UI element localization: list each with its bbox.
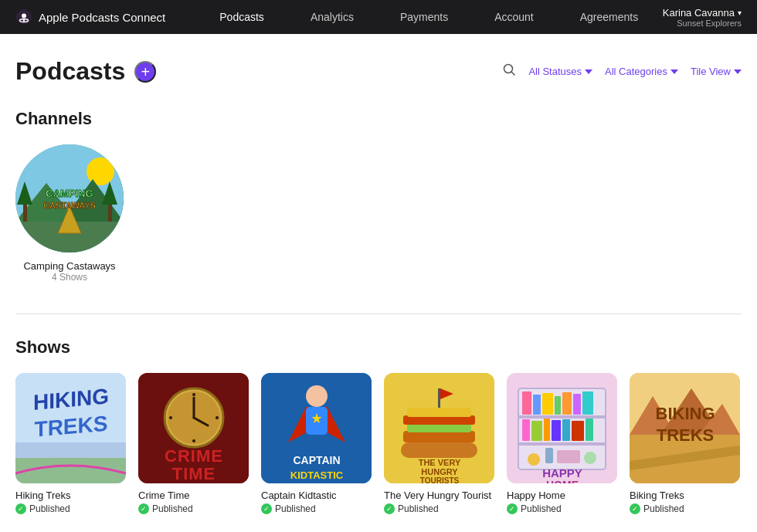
svg-rect-11	[23, 202, 27, 222]
all-categories-filter[interactable]: All Categories	[605, 66, 678, 77]
svg-rect-3	[23, 19, 25, 22]
svg-rect-62	[562, 392, 572, 415]
section-divider	[15, 313, 742, 314]
show-artwork-biking: BIKING TREKS	[630, 373, 740, 483]
svg-rect-73	[545, 448, 553, 463]
show-artwork-hungry: THE VERY HUNGRY TOURISTS	[384, 373, 494, 483]
channels-section: Channels	[15, 109, 742, 283]
svg-rect-71	[586, 418, 593, 441]
svg-text:CAPTAIN: CAPTAIN	[293, 454, 340, 466]
brand[interactable]: Apple Podcasts Connect	[15, 8, 165, 25]
svg-rect-44	[403, 431, 475, 442]
search-icon[interactable]	[502, 63, 516, 80]
svg-text:TREKS: TREKS	[657, 425, 715, 445]
chevron-down-icon: ▾	[738, 8, 742, 17]
show-status: ✓ Published	[384, 503, 494, 514]
svg-rect-58	[522, 391, 531, 415]
podcast-icon	[15, 8, 32, 25]
user-subtitle: Sunset Explorers	[677, 19, 742, 28]
channel-card[interactable]: CAMPING CASTAWAYS Camping Castaways 4 Sh…	[15, 144, 124, 283]
main-content: Podcasts + All Statuses All Categories T…	[0, 34, 757, 532]
svg-rect-47	[407, 408, 471, 417]
svg-rect-66	[531, 421, 542, 441]
show-card-hungry-tourist[interactable]: THE VERY HUNGRY TOURISTS The Very Hungry…	[384, 373, 494, 514]
status-dot: ✓	[138, 503, 149, 514]
nav-payments[interactable]: Payments	[377, 0, 471, 34]
svg-point-72	[528, 453, 540, 466]
show-status: ✓ Published	[15, 503, 126, 514]
user-name: Karina Cavanna ▾	[663, 7, 742, 19]
all-statuses-filter[interactable]: All Statuses	[528, 66, 592, 77]
svg-text:HUNGRY: HUNGRY	[421, 467, 458, 476]
show-status: ✓ Published	[630, 503, 740, 514]
svg-text:HAPPY: HAPPY	[542, 466, 582, 479]
view-selector[interactable]: Tile View	[691, 66, 742, 77]
svg-rect-49	[438, 388, 440, 408]
shows-section: Shows HIKING TREKS	[15, 337, 742, 514]
page-header: Podcasts + All Statuses All Categories T…	[15, 57, 742, 86]
svg-text:HOME: HOME	[546, 479, 579, 483]
svg-line-5	[511, 72, 514, 75]
svg-text:THE VERY: THE VERY	[419, 458, 461, 467]
user-menu[interactable]: Karina Cavanna ▾ Sunset Explorers	[663, 7, 742, 28]
svg-rect-61	[555, 396, 561, 415]
svg-point-75	[584, 452, 596, 464]
svg-rect-69	[562, 419, 570, 441]
nav-agreements[interactable]: Agreements	[557, 0, 661, 34]
svg-point-38	[306, 385, 328, 407]
svg-point-7	[87, 158, 114, 185]
svg-rect-48	[401, 442, 477, 458]
main-nav: Podcasts Analytics Payments Account Agre…	[196, 0, 662, 34]
show-name: The Very Hungry Tourist	[384, 490, 494, 501]
show-card-happy-home[interactable]: HAPPY HOME Happy Home ✓ Published	[507, 373, 617, 514]
svg-rect-67	[544, 418, 550, 441]
svg-text:TOURISTS: TOURISTS	[420, 476, 460, 483]
svg-point-33	[192, 439, 195, 442]
channel-name: Camping Castaways	[23, 260, 115, 272]
svg-text:CASTAWAYS: CASTAWAYS	[43, 201, 96, 210]
show-status: ✓ Published	[507, 503, 617, 514]
nav-account[interactable]: Account	[471, 0, 557, 34]
svg-rect-74	[557, 450, 580, 463]
channels-title: Channels	[15, 109, 742, 129]
svg-text:TIME: TIME	[172, 464, 216, 483]
svg-rect-70	[572, 421, 584, 441]
show-artwork-crime: CRIME TIME	[138, 373, 249, 483]
svg-rect-59	[533, 395, 541, 415]
page-title-row: Podcasts +	[15, 57, 156, 86]
nav-analytics[interactable]: Analytics	[287, 0, 377, 34]
svg-rect-64	[582, 391, 593, 415]
svg-point-31	[192, 393, 195, 396]
svg-text:CRIME: CRIME	[165, 446, 223, 466]
show-card-biking-treks[interactable]: BIKING TREKS Biking Treks ✓ Published	[630, 373, 740, 514]
svg-text:BIKING: BIKING	[656, 404, 715, 423]
show-status: ✓ Published	[261, 503, 372, 514]
svg-text:KIDTASTIC: KIDTASTIC	[290, 469, 344, 481]
show-name: Crime Time	[138, 490, 249, 501]
show-card-captain-kidtastic[interactable]: CAPTAIN KIDTASTIC Captain Kidtastic ✓ Pu…	[261, 373, 372, 514]
header: Apple Podcasts Connect Podcasts Analytic…	[0, 0, 757, 34]
show-artwork-captain: CAPTAIN KIDTASTIC	[261, 373, 372, 483]
status-dot: ✓	[384, 503, 395, 514]
show-artwork-hiking: HIKING TREKS	[15, 373, 126, 483]
status-dot: ✓	[261, 503, 272, 514]
status-dot: ✓	[630, 503, 640, 514]
channel-artwork: CAMPING CASTAWAYS	[15, 144, 124, 252]
status-dot: ✓	[15, 503, 26, 514]
shows-grid: HIKING TREKS Hiking Treks ✓ Published	[15, 373, 742, 514]
svg-rect-68	[552, 420, 561, 441]
add-podcast-button[interactable]: +	[134, 61, 156, 83]
svg-rect-65	[522, 419, 530, 441]
show-card-crime-time[interactable]: CRIME TIME Crime Time ✓ Published	[138, 373, 249, 514]
svg-rect-60	[542, 393, 553, 415]
svg-rect-57	[518, 442, 606, 446]
show-artwork-happy: HAPPY HOME	[507, 373, 617, 483]
page-controls: All Statuses All Categories Tile View	[502, 63, 742, 80]
show-card-hiking-treks[interactable]: HIKING TREKS Hiking Treks ✓ Published	[15, 373, 126, 514]
svg-point-1	[22, 14, 26, 19]
show-status: ✓ Published	[138, 503, 249, 514]
status-dot: ✓	[507, 503, 518, 514]
svg-text:CAMPING: CAMPING	[46, 188, 93, 199]
nav-podcasts[interactable]: Podcasts	[196, 0, 287, 34]
show-name: Hiking Treks	[15, 490, 126, 501]
